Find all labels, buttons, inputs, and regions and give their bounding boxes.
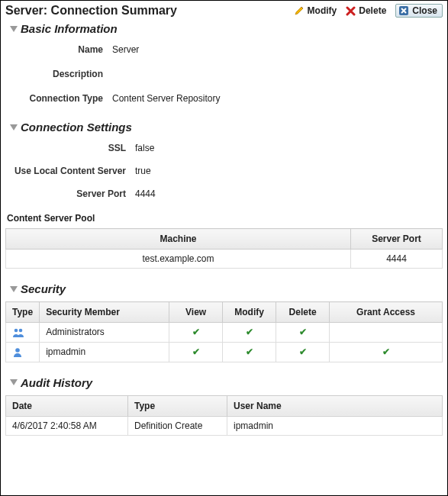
top-actions: Modify Delete Close: [294, 4, 443, 18]
sec-modify: ✔: [223, 323, 276, 343]
pool-table: Machine Server Port test.example.com4444: [5, 228, 443, 269]
sec-member: Administrators: [40, 323, 169, 343]
sec-view: ✔: [169, 323, 223, 343]
description-label: Description: [5, 69, 112, 79]
conn-settings-body: SSL false Use Local Content Server true …: [5, 140, 443, 202]
modify-label: Modify: [308, 5, 337, 16]
audit-type: Definition Create: [128, 416, 227, 435]
svg-point-2: [19, 329, 23, 333]
sec-grant: [330, 323, 443, 343]
security-table: Type Security Member View Modify Delete …: [5, 301, 443, 362]
check-icon: ✔: [192, 327, 200, 337]
svg-point-3: [15, 348, 20, 353]
sec-type: [6, 342, 40, 362]
header-row: Server: Connection Summary Modify Delete…: [5, 4, 443, 18]
local-value: true: [135, 166, 443, 176]
audit-col-type: Type: [128, 395, 227, 416]
sec-delete: ✔: [276, 323, 330, 343]
table-row[interactable]: Administrators✔✔✔: [6, 323, 443, 343]
check-icon: ✔: [382, 346, 390, 357]
sec-col-delete: Delete: [276, 302, 330, 323]
close-icon: [398, 5, 409, 16]
sec-view: ✔: [169, 342, 223, 362]
section-audit-title: Audit History: [21, 376, 92, 389]
group-icon: [12, 327, 24, 338]
section-security-title: Security: [21, 282, 66, 295]
audit-date: 4/6/2017 2:40:58 AM: [6, 416, 128, 435]
sec-member: ipmadmin: [40, 342, 169, 362]
name-value: Server: [112, 44, 443, 55]
check-icon: ✔: [246, 346, 253, 357]
sec-grant: ✔: [330, 342, 443, 362]
table-row[interactable]: ipmadmin✔✔✔✔: [6, 342, 443, 362]
collapse-icon: [10, 379, 18, 385]
delete-button[interactable]: Delete: [346, 5, 386, 16]
name-label: Name: [5, 44, 112, 55]
delete-icon: [346, 6, 356, 16]
connection-type-label: Connection Type: [5, 93, 112, 104]
pool-col-machine: Machine: [6, 229, 351, 250]
pencil-icon: [294, 5, 305, 16]
sec-type: [6, 323, 40, 343]
sec-col-grant: Grant Access: [330, 302, 443, 323]
section-basic-title: Basic Information: [21, 22, 118, 35]
collapse-icon: [10, 124, 18, 130]
local-label: Use Local Content Server: [5, 166, 135, 176]
sec-modify: ✔: [223, 342, 276, 362]
svg-point-1: [15, 329, 18, 333]
check-icon: ✔: [192, 346, 200, 357]
description-value: [112, 69, 443, 79]
sec-col-type: Type: [6, 302, 40, 323]
check-icon: ✔: [299, 327, 307, 337]
audit-col-date: Date: [6, 395, 128, 416]
sec-col-modify: Modify: [223, 302, 276, 323]
ssl-label: SSL: [5, 143, 135, 153]
close-button[interactable]: Close: [395, 4, 443, 18]
pool-port: 4444: [351, 250, 443, 269]
close-label: Close: [412, 5, 437, 16]
sec-col-member: Security Member: [40, 302, 169, 323]
audit-table: Date Type User Name 4/6/2017 2:40:58 AMD…: [5, 395, 443, 436]
connection-summary-frame: Server: Connection Summary Modify Delete…: [0, 0, 448, 496]
table-row[interactable]: 4/6/2017 2:40:58 AMDefinition Createipma…: [6, 416, 443, 435]
table-row[interactable]: test.example.com4444: [6, 250, 443, 269]
delete-label: Delete: [359, 5, 386, 16]
check-icon: ✔: [246, 327, 253, 337]
pool-label: Content Server Pool: [7, 213, 443, 224]
connection-type-value: Content Server Repository: [112, 93, 443, 104]
pool-machine: test.example.com: [6, 250, 351, 269]
port-label: Server Port: [5, 188, 135, 199]
modify-button[interactable]: Modify: [294, 5, 337, 16]
audit-user: ipmadmin: [227, 416, 443, 435]
pool-col-port: Server Port: [351, 229, 443, 250]
basic-info-body: Name Server Description Connection Type …: [5, 41, 443, 107]
check-icon: ✔: [299, 346, 307, 357]
section-conn-title: Connection Settings: [21, 121, 132, 134]
collapse-icon: [10, 26, 18, 32]
ssl-value: false: [135, 143, 443, 153]
sec-delete: ✔: [276, 342, 330, 362]
section-conn-header[interactable]: Connection Settings: [10, 121, 443, 134]
section-basic-header[interactable]: Basic Information: [10, 22, 443, 35]
user-icon: [12, 347, 23, 358]
sec-col-view: View: [169, 302, 223, 323]
page-title: Server: Connection Summary: [5, 4, 177, 18]
section-security-header[interactable]: Security: [10, 282, 443, 295]
port-value: 4444: [135, 188, 443, 199]
collapse-icon: [10, 286, 18, 292]
section-audit-header[interactable]: Audit History: [10, 376, 443, 389]
audit-col-user: User Name: [227, 395, 443, 416]
